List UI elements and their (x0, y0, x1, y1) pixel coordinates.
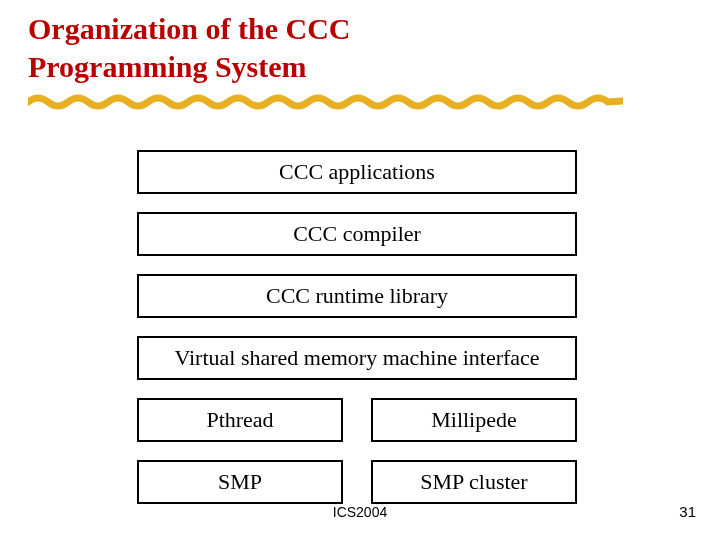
hardware-layer-row: SMP SMP cluster (137, 460, 577, 504)
thread-layer-row: Pthread Millipede (137, 398, 577, 442)
architecture-stack: CCC applications CCC compiler CCC runtim… (137, 150, 577, 522)
page-number: 31 (679, 503, 696, 520)
layer-compiler: CCC compiler (137, 212, 577, 256)
layer-applications: CCC applications (137, 150, 577, 194)
layer-smp-cluster: SMP cluster (371, 460, 577, 504)
title-line-2: Programming System (28, 48, 350, 86)
layer-smp: SMP (137, 460, 343, 504)
layer-vsm: Virtual shared memory machine interface (137, 336, 577, 380)
title-underline-wave-icon (28, 92, 623, 110)
title-line-1: Organization of the CCC (28, 10, 350, 48)
footer-conference: ICS2004 (0, 504, 720, 520)
layer-pthread: Pthread (137, 398, 343, 442)
layer-runtime: CCC runtime library (137, 274, 577, 318)
slide-title: Organization of the CCC Programming Syst… (28, 10, 350, 87)
layer-millipede: Millipede (371, 398, 577, 442)
